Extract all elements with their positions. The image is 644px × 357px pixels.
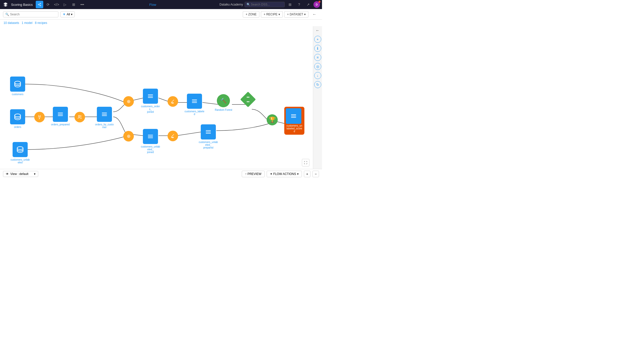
node-customers[interactable]: customers [10,77,25,96]
node-label-customers-orders-joined: customers_orders_joined [140,105,160,113]
panel-back-icon[interactable]: ← [316,28,320,33]
topbar: Scoring Basics ⟳ </> ▷ ⊞ ••• Flow Dataik… [0,0,322,9]
panel-refresh-icon[interactable]: ↻ [314,81,321,88]
recipes-link[interactable]: 8 recipes [35,21,47,25]
eye-icon: 👁 [6,172,9,176]
model-link[interactable]: 1 model [22,21,32,25]
dataset-icon-customers-unlabeled [13,142,28,157]
node-customers-labeled[interactable]: customers_labeled [184,94,205,116]
node-label-scored: customers_unlabeled_scored [286,124,303,133]
chevron-down-icon: ▾ [34,172,35,176]
right-panel: ← + ℹ ≡ ◎ ↓ ↻ [313,26,322,169]
svg-point-6 [78,115,80,117]
node-orders-prepared[interactable]: orders_prepared [51,107,70,126]
trends-button[interactable]: ↗ [304,1,312,8]
model-icon-rf: 🔨 [217,94,230,107]
flow-actions-button[interactable]: ✦ FLOW ACTIONS ▾ [267,171,302,177]
svg-point-1 [38,4,39,5]
panel-list-icon[interactable]: ≡ [314,54,321,61]
zoom-in-button[interactable]: + [304,171,310,177]
node-recipe-join2[interactable]: ⊕ [123,131,134,141]
panel-add-icon[interactable]: + [314,36,321,43]
recipe-icon-brush2 [168,131,178,141]
preview-button[interactable]: ↑ PREVIEW [242,171,265,177]
stats-bar: 10 datasets 1 model 8 recipes [0,20,322,26]
filter-label: All [67,13,70,16]
view-label: View : default [10,172,28,176]
view-selector[interactable]: 👁 View : default ▾ [3,171,38,177]
node-label-customers-unlabeled: customers_unlabeled [10,158,30,164]
node-recipe-brush2[interactable] [168,131,178,141]
node-orders[interactable]: orders [10,109,25,128]
node-label-orders: orders [14,126,21,128]
node-customers-orders-joined[interactable]: customers_orders_joined [140,89,160,113]
recipe-icon-join1: ⊕ [123,96,134,107]
node-random-forest[interactable]: 🔨 Random Forest [215,94,232,111]
add-zone-button[interactable]: + ZONE [243,11,259,18]
fullscreen-button[interactable] [302,159,309,166]
add-dataset-button[interactable]: + DATASET ▾ [284,11,308,18]
flow-tab[interactable]: Flow [149,3,156,7]
avatar[interactable]: D [313,1,320,8]
filter-icon: ▼ [63,13,66,16]
flow-connections [0,26,322,169]
flow-area[interactable]: customers orders customers_unlabeled [0,26,322,169]
share-button[interactable] [36,1,43,8]
node-recipe-join1[interactable]: ⊕ [123,96,134,107]
node-label-customers-unlabeled-prepared: customers_unlabeled_prepared [198,141,218,149]
node-customers-unlabeled-prepared[interactable]: customers_unlabeled_prepared [198,124,218,149]
add-recipe-button[interactable]: + RECIPE ▾ [261,11,283,18]
run-button[interactable]: ▷ [61,1,69,8]
node-trophy[interactable]: 🏆 [267,114,278,125]
main-layout: 🔍 ▼ All ▾ + ZONE + RECIPE ▾ + DATASET ▾ … [0,9,322,178]
panel-search-icon[interactable]: ◎ [314,63,321,70]
node-customers-unlabeled-scored[interactable]: customers_unlabeled_scored [284,107,304,135]
node-label-orders-by-customer: orders_by_customer [94,123,114,129]
topbar-search-input[interactable] [245,2,285,7]
search-box[interactable]: 🔍 [3,11,58,17]
recipe-icon-paint [34,112,45,122]
jobs-button[interactable]: ⊞ [70,1,77,8]
toolbar: 🔍 ▼ All ▾ + ZONE + RECIPE ▾ + DATASET ▾ … [0,9,322,20]
academy-link[interactable]: Dataiku Academy [220,3,243,6]
apps-button[interactable]: ⊞ [286,1,294,8]
bottom-bar: 👁 View : default ▾ ↑ PREVIEW ✦ FLOW ACTI… [0,169,322,178]
node-customers-unlabeled[interactable]: customers_unlabeled [10,142,30,164]
notification-badge [318,1,320,3]
svg-point-2 [40,5,41,6]
node-label-orders-prepared: orders_prepared [51,123,70,126]
search-icon: 🔍 [5,13,9,16]
dataset-icon-customers [10,77,25,92]
node-diamond-score[interactable]: ▪▪▪▪ [242,93,255,106]
recipe-icon-brush1 [168,96,178,107]
dataset-icon-customers-unlabeled-joined [143,129,158,144]
datasets-link[interactable]: 10 datasets [4,21,19,25]
refresh-button[interactable]: ⟳ [44,1,52,8]
dataset-icon-orders [10,109,25,124]
help-button[interactable]: ? [295,1,303,8]
panel-info-icon[interactable]: ℹ [314,45,321,52]
node-recipe-brush1[interactable] [168,96,178,107]
chevron-down-icon: ▾ [297,172,299,176]
recipe-icon-join2: ⊕ [123,131,134,141]
node-label-customers-labeled: customers_labeled [184,110,205,116]
filter-dropdown[interactable]: ▼ All ▾ [60,11,75,17]
project-name: Scoring Basics [11,3,33,7]
node-recipe-paint[interactable] [34,112,45,122]
search-input[interactable] [10,13,50,16]
svg-line-4 [39,4,40,4]
svg-point-0 [40,3,41,4]
more-button[interactable]: ••• [78,1,86,8]
chevron-down-icon: ▾ [278,13,280,16]
panel-download-icon[interactable]: ↓ [314,72,321,79]
code-button[interactable]: </> [53,1,60,8]
zoom-out-button[interactable]: − [312,171,319,177]
dataset-icon-orders-prepared [53,107,68,122]
node-label-customers-unlabeled-joined: customers_unlabeled_joined [140,145,160,154]
node-label-rf: Random Forest [215,109,232,111]
node-recipe-group[interactable] [74,112,85,122]
back-button[interactable]: ← [310,11,319,18]
dataset-icon-customers-orders-joined [143,89,158,104]
node-orders-by-customer[interactable]: orders_by_customer [94,107,114,129]
node-customers-unlabeled-joined[interactable]: customers_unlabeled_joined [140,129,160,154]
